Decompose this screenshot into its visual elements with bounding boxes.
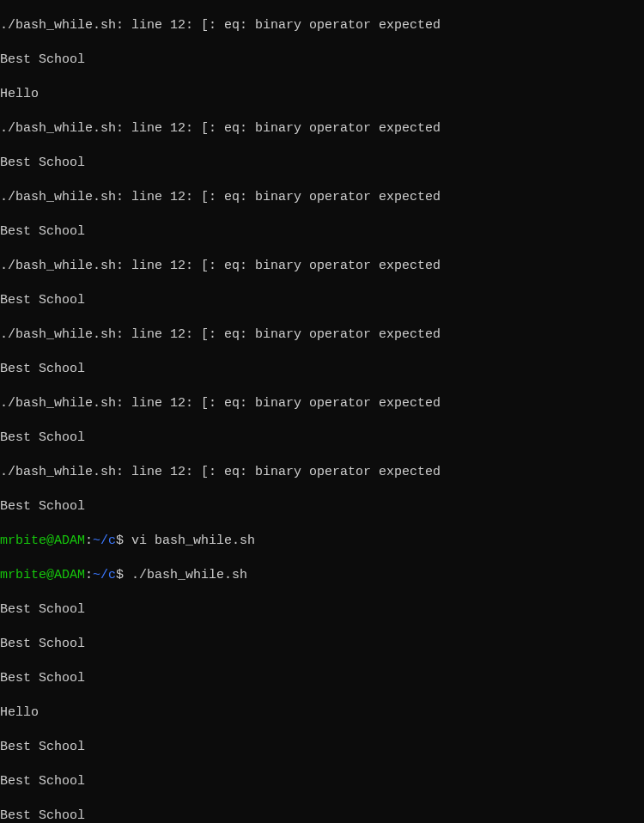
output-line: Best School — [0, 155, 644, 172]
prompt-dollar: $ — [116, 568, 124, 582]
prompt-at: @ — [46, 533, 54, 548]
output-line: Best School — [0, 773, 644, 790]
error-line: ./bash_while.sh: line 12: [: eq: binary … — [0, 258, 644, 275]
prompt-user: mrbite — [0, 568, 46, 582]
output-line: Best School — [0, 52, 644, 69]
output-line: Best School — [0, 292, 644, 309]
error-line: ./bash_while.sh: line 12: [: eq: binary … — [0, 189, 644, 206]
prompt-host: ADAM — [54, 568, 85, 582]
prompt-user: mrbite — [0, 533, 46, 548]
output-line: Best School — [0, 498, 644, 515]
error-line: ./bash_while.sh: line 12: [: eq: binary … — [0, 120, 644, 137]
prompt-path: ~/c — [93, 568, 116, 582]
prompt-path: ~/c — [93, 533, 116, 548]
prompt-dollar: $ — [116, 533, 124, 548]
output-line: Best School — [0, 361, 644, 378]
output-line: Hello — [0, 704, 644, 722]
command-text: ./bash_while.sh — [124, 568, 247, 582]
output-line: Best School — [0, 808, 644, 823]
output-line: Best School — [0, 739, 644, 756]
output-line: Best School — [0, 670, 644, 687]
error-line: ./bash_while.sh: line 12: [: eq: binary … — [0, 395, 644, 412]
output-line: Best School — [0, 223, 644, 241]
prompt-host: ADAM — [54, 533, 85, 548]
prompt-line[interactable]: mrbite@ADAM:~/c$ ./bash_while.sh — [0, 567, 644, 584]
error-line: ./bash_while.sh: line 12: [: eq: binary … — [0, 464, 644, 481]
prompt-colon: : — [85, 568, 93, 582]
terminal-output[interactable]: ./bash_while.sh: line 12: [: eq: binary … — [0, 0, 644, 823]
output-line: Best School — [0, 601, 644, 619]
command-text: vi bash_while.sh — [124, 533, 255, 548]
output-line: Best School — [0, 430, 644, 447]
output-line: Best School — [0, 636, 644, 653]
error-line: ./bash_while.sh: line 12: [: eq: binary … — [0, 326, 644, 344]
error-line-partial: ./bash_while.sh: line 12: [: eq: binary … — [0, 17, 644, 34]
output-line: Hello — [0, 86, 644, 103]
prompt-line[interactable]: mrbite@ADAM:~/c$ vi bash_while.sh — [0, 533, 644, 550]
prompt-at: @ — [46, 568, 54, 582]
prompt-colon: : — [85, 533, 93, 548]
